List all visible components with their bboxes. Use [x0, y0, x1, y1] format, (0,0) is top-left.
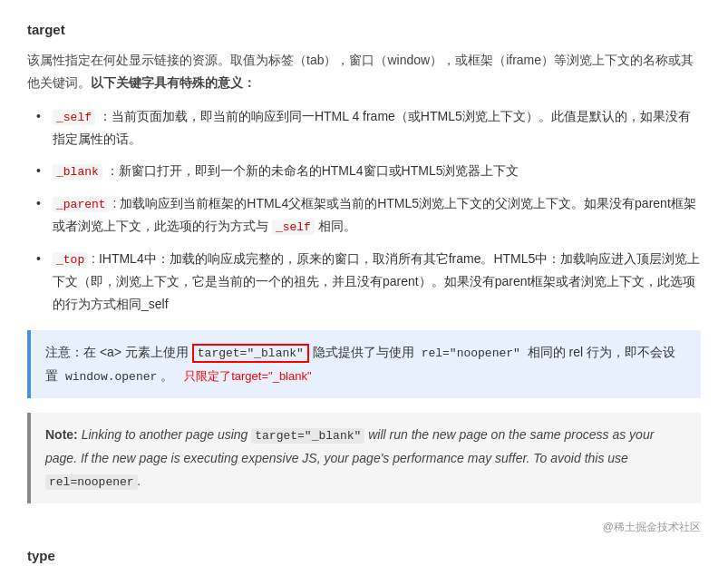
note-cn-prefix: 注意：在 <a> 元素上使用 [45, 345, 189, 359]
watermark: @稀土掘金技术社区 [27, 518, 701, 536]
note-box-english: Note: Linking to another page using targ… [27, 413, 701, 503]
top-text: : IHTML4中：加载的响应成完整的，原来的窗口，取消所有其它frame。HT… [53, 251, 700, 312]
section-title: target [27, 18, 701, 42]
self-inline-code: _self [272, 220, 315, 235]
note-box-chinese: 注意：在 <a> 元素上使用 target="_blank" 隐式提供了与使用 … [27, 330, 701, 398]
note-en-code1: target="_blank" [251, 428, 364, 444]
blank-keyword: _blank [53, 164, 102, 180]
self-text: ：当前页面加载，即当前的响应到同一HTML 4 frame（或HTML5浏览上下… [53, 109, 691, 146]
note-cn-opener-code: window.opener [62, 369, 160, 385]
note-cn-boxed-code: target="_blank" [192, 344, 309, 363]
target-section: target 该属性指定在何处显示链接的资源。取值为标签（tab），窗口（win… [27, 18, 701, 567]
section-description: 该属性指定在何处显示链接的资源。取值为标签（tab），窗口（window），或框… [27, 49, 701, 94]
list-item: _self ：当前页面加载，即当前的响应到同一HTML 4 frame（或HTM… [36, 105, 701, 151]
list-item: _blank ：新窗口打开，即到一个新的未命名的HTML4窗口或HTML5浏览器… [36, 160, 701, 182]
note-en-text3: . [138, 473, 141, 488]
description-emphasis: 以下关键字具有特殊的意义： [91, 75, 256, 90]
note-cn-red-label: 只限定了target="_blank" [184, 369, 311, 383]
note-en-code2: rel=noopener [45, 474, 138, 490]
list-item: _parent : 加载响应到当前框架的HTML4父框架或当前的HTML5浏览上… [36, 192, 701, 239]
next-section-title: type [27, 544, 701, 568]
blank-text: ：新窗口打开，即到一个新的未命名的HTML4窗口或HTML5浏览器上下文 [106, 163, 519, 178]
note-cn-noopener-code: rel="noopener" [418, 346, 524, 361]
items-list: _self ：当前页面加载，即当前的响应到同一HTML 4 frame（或HTM… [27, 105, 701, 317]
self-keyword: _self [53, 110, 95, 125]
parent-keyword: _parent [53, 197, 110, 212]
parent-text: : 加载响应到当前框架的HTML4父框架或当前的HTML5浏览上下文的父浏览上下… [53, 196, 696, 233]
note-en-bold: Note: [45, 427, 78, 442]
top-keyword: _top [53, 252, 88, 268]
list-item: _top : IHTML4中：加载的响应成完整的，原来的窗口，取消所有其它fra… [36, 248, 701, 317]
note-en-text1: Linking to another page using [82, 427, 252, 442]
